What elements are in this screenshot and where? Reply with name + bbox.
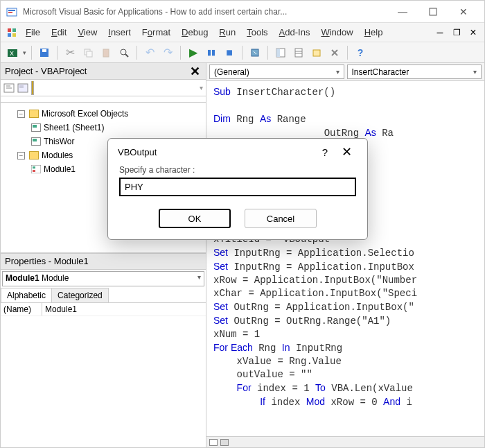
project-panel-title: Project - VBAProject bbox=[5, 66, 87, 76]
folder-icon bbox=[29, 110, 39, 118]
properties-icon[interactable] bbox=[291, 45, 306, 60]
window-title: Microsoft Visual Basic for Applications … bbox=[23, 7, 387, 17]
menu-bar: File Edit View Insert Format Debug Run T… bbox=[1, 23, 484, 42]
svg-line-16 bbox=[125, 54, 128, 57]
collapse-icon[interactable]: − bbox=[17, 152, 25, 160]
mdi-restore-icon[interactable]: ❐ bbox=[450, 26, 464, 40]
paste-icon[interactable] bbox=[98, 45, 114, 60]
view-object-icon[interactable] bbox=[17, 83, 28, 93]
property-name: (Name) bbox=[1, 303, 42, 316]
procedure-combobox[interactable]: InsertCharacter bbox=[347, 64, 482, 79]
dialog-close-icon[interactable]: ✕ bbox=[336, 144, 358, 160]
project-explorer-icon[interactable] bbox=[273, 45, 288, 60]
maximize-button[interactable] bbox=[418, 1, 448, 22]
find-icon[interactable] bbox=[116, 45, 132, 60]
dialog-prompt-label: Specify a character : bbox=[119, 165, 356, 175]
menu-debug[interactable]: Debug bbox=[176, 24, 213, 40]
tree-item-sheet1[interactable]: Sheet1 (Sheet1) bbox=[3, 121, 203, 135]
cancel-button[interactable]: Cancel bbox=[245, 209, 317, 228]
object-combobox[interactable]: (General) bbox=[209, 64, 344, 79]
ok-button[interactable]: OK bbox=[159, 209, 231, 228]
svg-rect-11 bbox=[42, 49, 46, 52]
run-icon[interactable]: ▶ bbox=[186, 45, 201, 60]
svg-rect-13 bbox=[87, 51, 92, 57]
undo-icon[interactable]: ↶ bbox=[142, 45, 157, 60]
properties-grid[interactable]: (Name) Module1 bbox=[1, 303, 206, 448]
redo-icon[interactable]: ↷ bbox=[160, 45, 175, 60]
save-icon[interactable] bbox=[37, 45, 52, 60]
dialog-title: VBOutput bbox=[118, 147, 314, 157]
svg-rect-31 bbox=[33, 170, 35, 172]
view-excel-icon[interactable]: X bbox=[5, 45, 20, 60]
tree-folder-excel-objects[interactable]: − Microsoft Excel Objects bbox=[3, 107, 203, 121]
svg-point-15 bbox=[121, 49, 126, 55]
cut-icon[interactable]: ✂ bbox=[62, 45, 78, 60]
mdi-minimize-icon[interactable]: – bbox=[433, 26, 447, 40]
svg-text:X: X bbox=[10, 50, 14, 57]
project-toolbar: ▾ bbox=[1, 80, 206, 96]
properties-panel-header: Properties - Module1 bbox=[1, 253, 206, 270]
full-module-view-icon[interactable] bbox=[220, 439, 229, 446]
toolbox-icon[interactable] bbox=[327, 45, 342, 60]
minimize-button[interactable]: — bbox=[387, 1, 418, 22]
help-icon[interactable]: ? bbox=[353, 45, 368, 60]
close-button[interactable]: ✕ bbox=[448, 1, 479, 22]
workbook-icon bbox=[31, 137, 41, 146]
design-mode-icon[interactable] bbox=[247, 45, 263, 60]
vba-icon[interactable] bbox=[5, 26, 19, 40]
procedure-view-icon[interactable] bbox=[209, 439, 218, 446]
svg-rect-7 bbox=[12, 33, 16, 37]
break-icon[interactable]: ▮▮ bbox=[204, 45, 219, 60]
menu-window[interactable]: Window bbox=[315, 24, 358, 40]
svg-rect-19 bbox=[276, 49, 280, 57]
project-panel-close-icon[interactable]: ✕ bbox=[188, 64, 202, 79]
svg-rect-14 bbox=[103, 49, 109, 57]
module-icon bbox=[31, 165, 41, 173]
svg-rect-6 bbox=[8, 33, 11, 37]
svg-rect-3 bbox=[430, 8, 436, 15]
svg-rect-30 bbox=[33, 166, 35, 169]
menu-view[interactable]: View bbox=[72, 24, 103, 40]
property-row[interactable]: (Name) Module1 bbox=[1, 303, 206, 316]
svg-rect-2 bbox=[8, 12, 12, 13]
worksheet-icon bbox=[31, 123, 41, 132]
reset-icon[interactable]: ■ bbox=[222, 45, 237, 60]
toggle-folders-icon[interactable] bbox=[31, 81, 34, 95]
menu-insert[interactable]: Insert bbox=[103, 24, 136, 40]
view-code-icon[interactable] bbox=[3, 83, 15, 93]
svg-rect-29 bbox=[31, 165, 41, 173]
code-editor[interactable]: Sub InsertCharacter() Dim Rng As Range O… bbox=[206, 81, 484, 436]
menu-tools[interactable]: Tools bbox=[241, 24, 273, 40]
folder-icon bbox=[29, 151, 39, 160]
svg-rect-23 bbox=[313, 50, 320, 56]
properties-object-selector[interactable]: Module1 Module ▾ bbox=[2, 271, 204, 286]
tab-alphabetic[interactable]: Alphabetic bbox=[1, 288, 52, 302]
copy-icon[interactable] bbox=[80, 45, 96, 60]
svg-rect-4 bbox=[8, 28, 11, 32]
menu-addins[interactable]: Add-Ins bbox=[274, 24, 316, 40]
menu-help[interactable]: Help bbox=[359, 24, 389, 40]
tab-categorized[interactable]: Categorized bbox=[51, 288, 109, 302]
inputbox-dialog: VBOutput ? ✕ Specify a character : OK Ca… bbox=[107, 138, 368, 240]
svg-rect-28 bbox=[19, 85, 24, 88]
menu-file[interactable]: File bbox=[20, 24, 46, 40]
menu-run[interactable]: Run bbox=[213, 24, 241, 40]
window-titlebar: Microsoft Visual Basic for Applications … bbox=[1, 1, 484, 23]
menu-format[interactable]: Format bbox=[136, 24, 176, 40]
svg-rect-1 bbox=[8, 10, 15, 11]
project-panel-header: Project - VBAProject ✕ bbox=[1, 63, 206, 80]
dialog-help-icon[interactable]: ? bbox=[314, 146, 336, 158]
dialog-input[interactable] bbox=[119, 178, 356, 196]
standard-toolbar: X ▾ ✂ ↶ ↷ ▶ ▮▮ ■ ? bbox=[1, 42, 484, 63]
svg-rect-20 bbox=[295, 49, 302, 57]
code-view-toggle bbox=[206, 436, 484, 447]
property-value[interactable]: Module1 bbox=[42, 303, 80, 316]
menu-edit[interactable]: Edit bbox=[46, 24, 72, 40]
app-icon bbox=[6, 6, 17, 17]
collapse-icon[interactable]: − bbox=[17, 110, 25, 118]
svg-rect-5 bbox=[12, 28, 16, 32]
object-browser-icon[interactable] bbox=[309, 45, 324, 60]
mdi-close-icon[interactable]: × bbox=[466, 26, 480, 40]
properties-panel-title: Properties - Module1 bbox=[5, 256, 89, 266]
